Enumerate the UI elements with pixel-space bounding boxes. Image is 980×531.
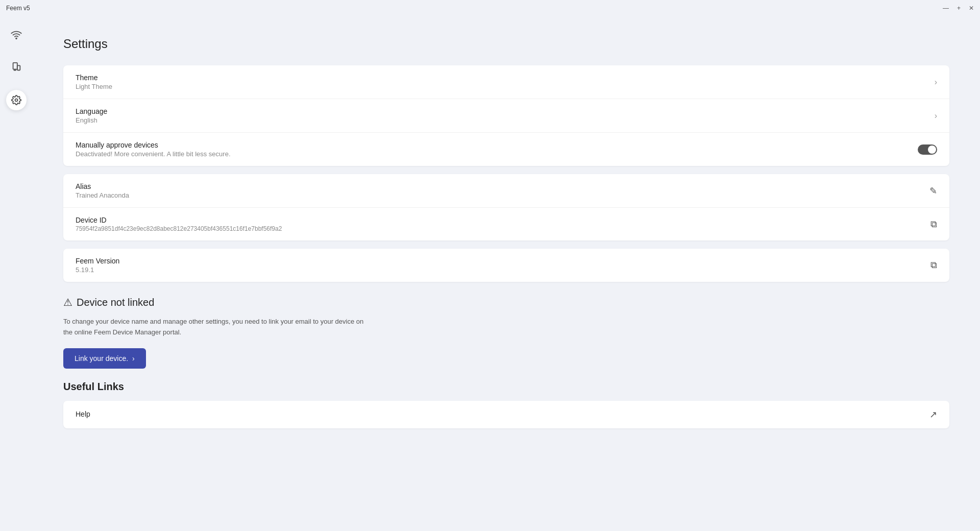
language-label: Language [76, 107, 107, 115]
sidebar-item-settings[interactable] [6, 90, 27, 110]
help-row-left: Help [76, 410, 90, 419]
link-device-button-label: Link your device. [75, 354, 128, 363]
external-link-icon: ↗ [929, 409, 937, 420]
window-controls: — + ✕ [943, 5, 974, 12]
help-label: Help [76, 410, 90, 418]
manually-approve-label: Manually approve devices [76, 141, 231, 149]
svg-point-5 [15, 99, 18, 102]
svg-rect-2 [17, 65, 20, 70]
alias-value: Trained Anaconda [76, 191, 129, 199]
version-row: Feem Version 5.19.1 ⧉ [63, 249, 949, 282]
device-id-value: 75954f2a9851df4c23e9ec82d8abec812e273405… [76, 225, 282, 232]
device-not-linked-section: ⚠ Device not linked To change your devic… [63, 296, 949, 369]
version-value: 5.19.1 [76, 266, 119, 274]
theme-value: Light Theme [76, 83, 112, 90]
manually-approve-left: Manually approve devices Deactivated! Mo… [76, 141, 231, 158]
alias-row: Alias Trained Anaconda ✎ [63, 174, 949, 208]
manually-approve-row: Manually approve devices Deactivated! Mo… [63, 133, 949, 166]
useful-links-section: Useful Links Help ↗ [63, 381, 949, 428]
link-device-arrow-icon: › [132, 354, 135, 363]
app-title: Feem v5 [6, 5, 30, 12]
theme-row-left: Theme Light Theme [76, 74, 112, 90]
appearance-card: Theme Light Theme › Language English › M… [63, 65, 949, 166]
version-card: Feem Version 5.19.1 ⧉ [63, 249, 949, 282]
titlebar: Feem v5 — + ✕ [0, 0, 980, 16]
version-row-left: Feem Version 5.19.1 [76, 257, 119, 274]
device-card: Alias Trained Anaconda ✎ Device ID 75954… [63, 174, 949, 240]
device-id-row: Device ID 75954f2a9851df4c23e9ec82d8abec… [63, 208, 949, 240]
language-value: English [76, 116, 107, 124]
app-layout: Settings Theme Light Theme › Language En… [0, 16, 980, 531]
device-not-linked-title: ⚠ Device not linked [63, 296, 949, 308]
device-not-linked-title-text: Device not linked [77, 297, 154, 308]
useful-links-title: Useful Links [63, 381, 949, 393]
manually-approve-value: Deactivated! More convenient. A little b… [76, 150, 231, 158]
svg-point-0 [16, 38, 17, 39]
device-id-label: Device ID [76, 216, 282, 224]
alias-row-left: Alias Trained Anaconda [76, 182, 129, 199]
theme-row[interactable]: Theme Light Theme › [63, 65, 949, 99]
minimize-button[interactable]: — [943, 5, 949, 12]
maximize-button[interactable]: + [957, 5, 961, 12]
theme-label: Theme [76, 74, 112, 82]
help-row[interactable]: Help ↗ [63, 401, 949, 428]
svg-rect-1 [13, 63, 17, 69]
page-title: Settings [63, 37, 949, 51]
device-id-row-left: Device ID 75954f2a9851df4c23e9ec82d8abec… [76, 216, 282, 232]
alias-label: Alias [76, 182, 129, 190]
edit-icon[interactable]: ✎ [929, 185, 937, 197]
warning-triangle-icon: ⚠ [63, 296, 72, 308]
version-label: Feem Version [76, 257, 119, 265]
sidebar-item-devices[interactable] [6, 57, 27, 78]
language-chevron-icon: › [935, 111, 937, 120]
theme-chevron-icon: › [935, 78, 937, 87]
sidebar-item-wifi[interactable] [6, 25, 27, 45]
language-row-left: Language English [76, 107, 107, 124]
close-button[interactable]: ✕ [969, 5, 974, 12]
useful-links-card: Help ↗ [63, 401, 949, 428]
copy-device-id-icon[interactable]: ⧉ [930, 219, 937, 230]
manually-approve-toggle[interactable] [918, 144, 937, 155]
link-device-button[interactable]: Link your device. › [63, 348, 146, 369]
sidebar [0, 16, 33, 531]
language-row[interactable]: Language English › [63, 99, 949, 133]
device-not-linked-description: To change your device name and manage ot… [63, 317, 364, 338]
copy-version-icon[interactable]: ⧉ [930, 260, 937, 271]
main-content: Settings Theme Light Theme › Language En… [33, 16, 980, 531]
